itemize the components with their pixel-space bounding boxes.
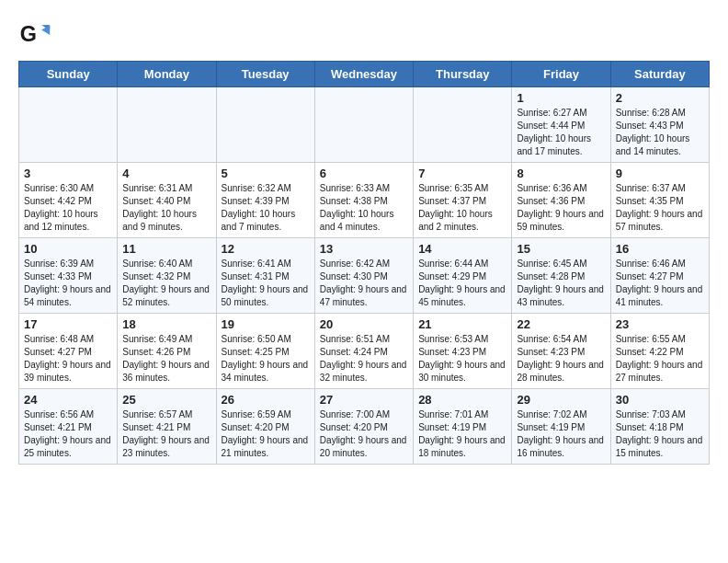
- day-info: Sunrise: 6:36 AM Sunset: 4:36 PM Dayligh…: [517, 182, 605, 234]
- day-info: Sunrise: 6:32 AM Sunset: 4:39 PM Dayligh…: [222, 182, 310, 234]
- logo: G: [18, 18, 55, 52]
- day-info: Sunrise: 7:02 AM Sunset: 4:19 PM Dayligh…: [517, 408, 605, 460]
- day-number: 12: [222, 242, 310, 256]
- day-cell: 7Sunrise: 6:35 AM Sunset: 4:37 PM Daylig…: [414, 163, 512, 238]
- day-info: Sunrise: 6:56 AM Sunset: 4:21 PM Dayligh…: [24, 408, 112, 460]
- day-info: Sunrise: 6:51 AM Sunset: 4:24 PM Dayligh…: [320, 333, 408, 385]
- day-info: Sunrise: 7:03 AM Sunset: 4:18 PM Dayligh…: [616, 408, 704, 460]
- day-info: Sunrise: 6:35 AM Sunset: 4:37 PM Dayligh…: [418, 182, 506, 234]
- day-cell: 1Sunrise: 6:27 AM Sunset: 4:44 PM Daylig…: [512, 87, 610, 163]
- day-info: Sunrise: 6:46 AM Sunset: 4:27 PM Dayligh…: [616, 258, 704, 309]
- day-cell: 10Sunrise: 6:39 AM Sunset: 4:33 PM Dayli…: [19, 238, 118, 314]
- day-info: Sunrise: 6:49 AM Sunset: 4:26 PM Dayligh…: [122, 333, 210, 385]
- day-cell: 30Sunrise: 7:03 AM Sunset: 4:18 PM Dayli…: [610, 389, 709, 465]
- day-cell: 15Sunrise: 6:45 AM Sunset: 4:28 PM Dayli…: [512, 238, 610, 314]
- day-number: 10: [24, 242, 112, 256]
- day-number: 14: [418, 242, 506, 256]
- day-number: 26: [222, 393, 310, 407]
- week-row-3: 17Sunrise: 6:48 AM Sunset: 4:27 PM Dayli…: [19, 314, 710, 389]
- day-info: Sunrise: 6:27 AM Sunset: 4:44 PM Dayligh…: [517, 107, 605, 158]
- week-row-4: 24Sunrise: 6:56 AM Sunset: 4:21 PM Dayli…: [19, 389, 710, 465]
- day-number: 28: [418, 393, 506, 407]
- calendar-body: 1Sunrise: 6:27 AM Sunset: 4:44 PM Daylig…: [19, 87, 710, 465]
- day-cell: 29Sunrise: 7:02 AM Sunset: 4:19 PM Dayli…: [512, 389, 610, 465]
- day-number: 17: [24, 317, 112, 331]
- day-info: Sunrise: 6:50 AM Sunset: 4:25 PM Dayligh…: [222, 333, 310, 385]
- calendar-header: SundayMondayTuesdayWednesdayThursdayFrid…: [19, 62, 710, 87]
- svg-text:G: G: [20, 22, 37, 46]
- calendar-table: SundayMondayTuesdayWednesdayThursdayFrid…: [18, 61, 710, 465]
- day-cell: 17Sunrise: 6:48 AM Sunset: 4:27 PM Dayli…: [19, 314, 118, 389]
- day-number: 2: [616, 91, 704, 105]
- day-cell: [414, 87, 512, 163]
- day-number: 5: [222, 167, 310, 180]
- day-cell: 13Sunrise: 6:42 AM Sunset: 4:30 PM Dayli…: [314, 238, 413, 314]
- day-info: Sunrise: 6:53 AM Sunset: 4:23 PM Dayligh…: [418, 333, 506, 385]
- week-row-2: 10Sunrise: 6:39 AM Sunset: 4:33 PM Dayli…: [19, 238, 710, 314]
- header-tuesday: Tuesday: [216, 62, 314, 87]
- header-thursday: Thursday: [414, 62, 512, 87]
- day-number: 15: [517, 242, 605, 256]
- day-info: Sunrise: 6:28 AM Sunset: 4:43 PM Dayligh…: [616, 107, 704, 158]
- day-cell: 12Sunrise: 6:41 AM Sunset: 4:31 PM Dayli…: [216, 238, 314, 314]
- day-cell: 6Sunrise: 6:33 AM Sunset: 4:38 PM Daylig…: [314, 163, 413, 238]
- day-info: Sunrise: 6:33 AM Sunset: 4:38 PM Dayligh…: [320, 182, 408, 234]
- day-info: Sunrise: 6:54 AM Sunset: 4:23 PM Dayligh…: [517, 333, 605, 385]
- day-info: Sunrise: 6:48 AM Sunset: 4:27 PM Dayligh…: [24, 333, 112, 385]
- day-cell: [314, 87, 413, 163]
- day-cell: 8Sunrise: 6:36 AM Sunset: 4:36 PM Daylig…: [512, 163, 610, 238]
- day-info: Sunrise: 6:30 AM Sunset: 4:42 PM Dayligh…: [24, 182, 112, 234]
- day-number: 24: [24, 393, 112, 407]
- day-number: 27: [320, 393, 408, 407]
- day-info: Sunrise: 6:55 AM Sunset: 4:22 PM Dayligh…: [616, 333, 704, 385]
- day-cell: [19, 87, 118, 163]
- day-cell: 26Sunrise: 6:59 AM Sunset: 4:20 PM Dayli…: [216, 389, 314, 465]
- day-cell: 11Sunrise: 6:40 AM Sunset: 4:32 PM Dayli…: [118, 238, 216, 314]
- day-info: Sunrise: 6:37 AM Sunset: 4:35 PM Dayligh…: [616, 182, 704, 234]
- day-info: Sunrise: 6:40 AM Sunset: 4:32 PM Dayligh…: [122, 258, 210, 309]
- day-cell: 21Sunrise: 6:53 AM Sunset: 4:23 PM Dayli…: [414, 314, 512, 389]
- day-info: Sunrise: 6:59 AM Sunset: 4:20 PM Dayligh…: [222, 408, 310, 460]
- header-monday: Monday: [118, 62, 216, 87]
- week-row-1: 3Sunrise: 6:30 AM Sunset: 4:42 PM Daylig…: [19, 163, 710, 238]
- day-cell: 22Sunrise: 6:54 AM Sunset: 4:23 PM Dayli…: [512, 314, 610, 389]
- day-cell: [118, 87, 216, 163]
- day-info: Sunrise: 7:01 AM Sunset: 4:19 PM Dayligh…: [418, 408, 506, 460]
- day-number: 1: [517, 91, 605, 105]
- day-info: Sunrise: 6:45 AM Sunset: 4:28 PM Dayligh…: [517, 258, 605, 309]
- day-cell: 14Sunrise: 6:44 AM Sunset: 4:29 PM Dayli…: [414, 238, 512, 314]
- day-cell: 16Sunrise: 6:46 AM Sunset: 4:27 PM Dayli…: [610, 238, 709, 314]
- day-info: Sunrise: 6:39 AM Sunset: 4:33 PM Dayligh…: [24, 258, 112, 309]
- header-sunday: Sunday: [19, 62, 118, 87]
- day-number: 7: [418, 167, 506, 180]
- header-wednesday: Wednesday: [314, 62, 413, 87]
- header-saturday: Saturday: [610, 62, 709, 87]
- day-number: 18: [122, 317, 210, 331]
- day-cell: 4Sunrise: 6:31 AM Sunset: 4:40 PM Daylig…: [118, 163, 216, 238]
- day-info: Sunrise: 7:00 AM Sunset: 4:20 PM Dayligh…: [320, 408, 408, 460]
- day-cell: 27Sunrise: 7:00 AM Sunset: 4:20 PM Dayli…: [314, 389, 413, 465]
- day-number: 25: [122, 393, 210, 407]
- day-number: 30: [616, 393, 704, 407]
- day-cell: 23Sunrise: 6:55 AM Sunset: 4:22 PM Dayli…: [610, 314, 709, 389]
- header-friday: Friday: [512, 62, 610, 87]
- day-number: 21: [418, 317, 506, 331]
- day-info: Sunrise: 6:44 AM Sunset: 4:29 PM Dayligh…: [418, 258, 506, 309]
- day-number: 20: [320, 317, 408, 331]
- day-number: 22: [517, 317, 605, 331]
- page-header: G: [18, 18, 710, 52]
- header-row: SundayMondayTuesdayWednesdayThursdayFrid…: [19, 62, 710, 87]
- day-info: Sunrise: 6:42 AM Sunset: 4:30 PM Dayligh…: [320, 258, 408, 309]
- day-number: 8: [517, 167, 605, 180]
- day-cell: 18Sunrise: 6:49 AM Sunset: 4:26 PM Dayli…: [118, 314, 216, 389]
- day-cell: 20Sunrise: 6:51 AM Sunset: 4:24 PM Dayli…: [314, 314, 413, 389]
- day-number: 19: [222, 317, 310, 331]
- day-cell: 2Sunrise: 6:28 AM Sunset: 4:43 PM Daylig…: [610, 87, 709, 163]
- day-number: 23: [616, 317, 704, 331]
- day-number: 6: [320, 167, 408, 180]
- day-cell: 3Sunrise: 6:30 AM Sunset: 4:42 PM Daylig…: [19, 163, 118, 238]
- day-cell: 9Sunrise: 6:37 AM Sunset: 4:35 PM Daylig…: [610, 163, 709, 238]
- day-number: 16: [616, 242, 704, 256]
- day-info: Sunrise: 6:31 AM Sunset: 4:40 PM Dayligh…: [122, 182, 210, 234]
- day-info: Sunrise: 6:57 AM Sunset: 4:21 PM Dayligh…: [122, 408, 210, 460]
